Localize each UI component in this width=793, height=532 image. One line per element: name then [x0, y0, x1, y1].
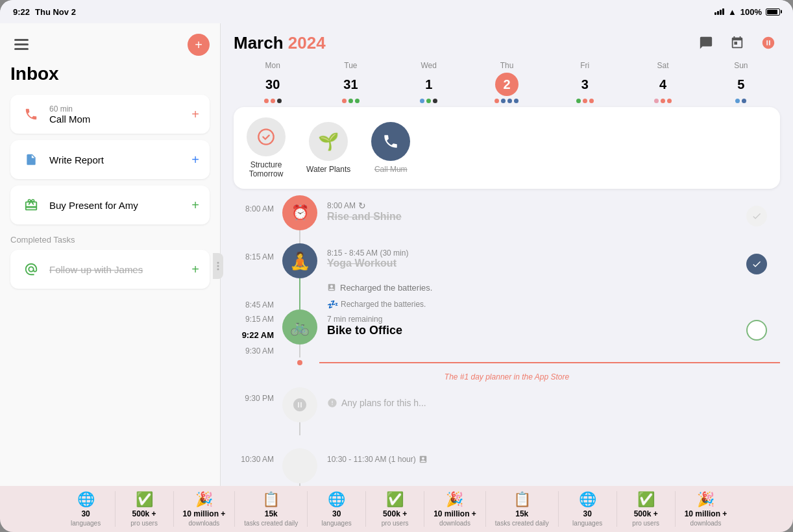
habit-label-call: Call Mum: [374, 165, 408, 174]
call-icon: [21, 104, 42, 125]
stat-prousers-2: ✅ 500k + pro users: [366, 491, 424, 527]
device-frame: 9:22 Thu Nov 2 ▲ 100%: [0, 0, 793, 532]
add-write-report-button[interactable]: +: [191, 152, 199, 167]
sleep-note: 💤 Recharged the batteries.: [327, 299, 780, 309]
event-icon-bike[interactable]: 🚲: [282, 309, 317, 345]
check-icon-3: ✅: [637, 491, 655, 508]
yoga-note: Recharged the batteries.: [327, 283, 780, 293]
svg-point-5: [217, 269, 219, 271]
event-time-rise-shine: 8:00 AM ↻: [327, 200, 402, 211]
day-dots-mon: [264, 99, 282, 103]
completed-task-follow-up[interactable]: Follow-up with James +: [10, 250, 210, 289]
habit-structure-tomorrow[interactable]: StructureTomorrow: [247, 117, 286, 178]
day-dots-tue: [342, 99, 360, 103]
day-num-sat: 4: [652, 73, 675, 96]
calendar-grid-icon-button[interactable]: [726, 31, 749, 54]
current-time-dot: [297, 360, 302, 365]
party-icon-1: 🎉: [195, 491, 213, 508]
sidebar: + Inbox 60 min Call Mom +: [0, 23, 221, 486]
task-write-report-text: Write Report: [49, 154, 184, 165]
event-icon-rise-shine[interactable]: ⏰: [282, 195, 317, 230]
day-name-thu: Thu: [500, 61, 514, 70]
habit-call-mum[interactable]: Call Mum: [371, 122, 410, 174]
ghost-text: Any plans for this h...: [341, 398, 426, 408]
day-dots-fri: [576, 99, 594, 103]
add-call-mom-button[interactable]: +: [191, 107, 199, 122]
current-time-line: [319, 362, 780, 363]
day-num-thu: 2: [495, 73, 518, 96]
stat-downloads-1: 🎉 10 million + downloads: [174, 491, 236, 527]
day-sun[interactable]: Sun 5: [702, 61, 780, 103]
report-icon: [21, 149, 42, 170]
stat-languages-1: 🌐 30 languages: [57, 491, 116, 527]
timeline-connector-1030: [280, 448, 319, 486]
completed-task-label: Follow-up with James: [49, 264, 184, 275]
day-num-tue: 31: [339, 73, 362, 96]
calendar-title: March 2024: [234, 33, 326, 53]
calendar-header: March 2024: [221, 23, 793, 54]
task-item-call-mom[interactable]: 60 min Call Mom +: [10, 95, 210, 134]
check-bike[interactable]: [746, 320, 767, 341]
day-name-sat: Sat: [657, 61, 669, 70]
event-content-1030: 10:30 - 11:30 AM (1 hour): [319, 448, 780, 486]
day-num-wed: 1: [417, 73, 441, 96]
time-label-1030: 10:30 AM: [234, 448, 280, 486]
task-item-write-report[interactable]: Write Report +: [10, 140, 210, 179]
timeline-connector-yoga: 🧘: [280, 243, 319, 309]
habit-circle-water: 🌱: [309, 122, 348, 161]
check-yoga[interactable]: [746, 254, 767, 274]
timeline-connector-ghost: [280, 387, 319, 435]
day-wed[interactable]: Wed 1: [390, 61, 468, 103]
timeline-connector-800: ⏰: [280, 195, 319, 243]
promo-banner: The #1 day planner in the App Store: [234, 370, 780, 382]
day-name-tue: Tue: [344, 61, 357, 70]
gift-icon: [21, 195, 42, 215]
add-buy-present-button[interactable]: +: [191, 198, 199, 213]
bike-remaining: 7 min remaining: [327, 315, 402, 324]
day-num-mon: 30: [261, 73, 284, 96]
battery-percentage: 100%: [740, 7, 762, 17]
battery-icon: [766, 8, 780, 16]
habit-circle-structure: [247, 117, 286, 156]
status-day: Thu Nov 2: [35, 7, 76, 17]
task-list: 60 min Call Mom + Write Report +: [0, 95, 220, 224]
event-icon-yoga[interactable]: 🧘: [282, 243, 317, 278]
stat-downloads-2: 🎉 10 million + downloads: [424, 491, 486, 527]
event-row-yoga: 8:15 AM 8:45 AM 🧘 8:15 - 8:45 AM (30 min…: [234, 243, 780, 309]
sidebar-toggle-button[interactable]: [10, 34, 32, 56]
day-dots-sat: [654, 99, 672, 103]
day-mon[interactable]: Mon 30: [234, 61, 311, 103]
timeline-scroll[interactable]: 8:00 AM ⏰ 8:00 AM ↻ Rise and Sh: [221, 189, 793, 486]
day-name-sun: Sun: [734, 61, 748, 70]
day-fri[interactable]: Fri 3: [546, 61, 624, 103]
bike-title: Bike to Office: [327, 324, 402, 337]
check-rise-shine[interactable]: [746, 206, 767, 226]
globe-icon-1: 🌐: [77, 491, 95, 508]
day-name-fri: Fri: [580, 61, 589, 70]
add-completed-button[interactable]: +: [191, 262, 199, 277]
task-item-buy-present[interactable]: Buy Present for Amy +: [10, 186, 210, 224]
stat-languages-2: 🌐 30 languages: [308, 491, 366, 527]
habit-label-water: Water Plants: [306, 165, 350, 174]
globe-icon-2: 🌐: [328, 491, 345, 508]
day-thu[interactable]: Thu 2: [468, 61, 546, 103]
day-tue[interactable]: Tue 31: [311, 61, 389, 103]
message-icon-button[interactable]: [694, 31, 718, 54]
day-sat[interactable]: Sat 4: [624, 61, 702, 103]
stat-prousers-1: ✅ 500k + pro users: [116, 491, 174, 527]
event-time-yoga: 8:15 - 8:45 AM (30 min): [327, 248, 408, 258]
svg-rect-0: [14, 39, 29, 41]
stat-prousers-3: ✅ 500k + pro users: [617, 491, 676, 527]
sidebar-collapse-handle[interactable]: [213, 253, 223, 279]
check-icon-2: ✅: [386, 491, 404, 508]
day-name-wed: Wed: [421, 61, 436, 70]
add-task-button[interactable]: +: [188, 34, 210, 56]
status-time: 9:22: [13, 7, 30, 17]
stat-downloads-3: 🎉 10 million + downloads: [676, 491, 737, 527]
settings-icon-button[interactable]: [757, 31, 780, 54]
check-icon-1: ✅: [136, 491, 153, 508]
day-dots-sun: [735, 99, 746, 103]
day-dots-thu: [494, 99, 518, 103]
habit-water-plants[interactable]: 🌱 Water Plants: [306, 122, 350, 174]
party-icon-3: 🎉: [697, 491, 714, 508]
